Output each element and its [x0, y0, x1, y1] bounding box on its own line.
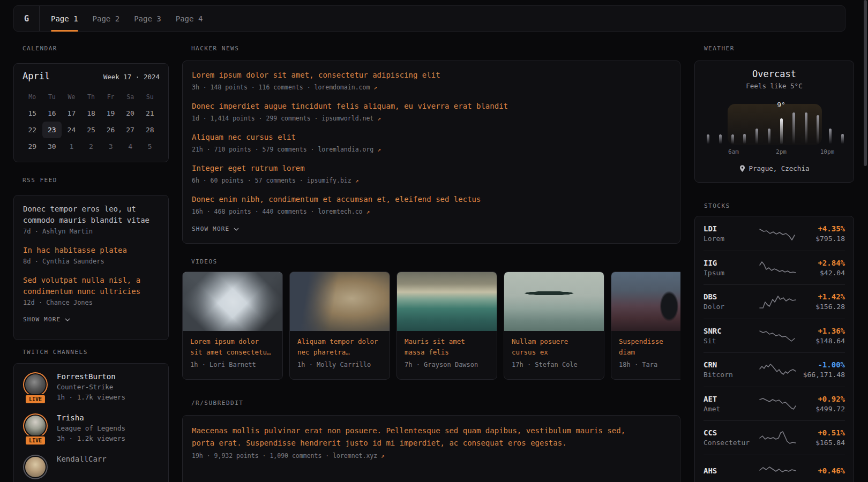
page-scrollbar[interactable]: [864, 0, 867, 166]
twitch-channel-row[interactable]: KendallCarr: [23, 455, 159, 482]
stock-row[interactable]: AETAmet +0.92%$499.72: [704, 387, 845, 421]
weather-feels-like: Feels like 5°C: [695, 82, 854, 90]
tab-page-1[interactable]: Page 1: [51, 6, 78, 31]
stock-price: $165.84: [797, 439, 845, 447]
location-pin-icon: [739, 165, 745, 172]
video-card[interactable]: Mauris sit ametmassa felis 7h · Grayson …: [396, 272, 497, 380]
stock-row[interactable]: CCSConsectetur +0.51%$165.84: [704, 420, 845, 455]
calendar-day: 20: [121, 105, 140, 122]
video-thumbnail[interactable]: [397, 272, 497, 331]
stock-row[interactable]: CRNBitcorn -1.00%$66,171.48: [704, 352, 845, 387]
rss-widget: Donec tempor eros leo, ut commodo mauris…: [13, 195, 169, 340]
tab-page-1-label: Page 1: [51, 14, 78, 23]
hour-label: 10pm: [820, 148, 835, 155]
stock-price: $42.04: [797, 269, 845, 277]
stock-row[interactable]: LDILorem +4.35%$795.18: [704, 216, 845, 251]
video-meta: 1h · Molly Carrillo: [297, 361, 382, 368]
video-meta: 17h · Stefan Cole: [512, 361, 596, 368]
stock-name: Bitcorn: [704, 371, 759, 379]
hour-label: 2pm: [776, 148, 787, 155]
weekday-label: Th: [81, 88, 101, 105]
calendar-day: 15: [23, 105, 42, 122]
hn-story-title[interactable]: Aliquam nec cursus elit: [192, 132, 671, 142]
hn-story-title[interactable]: Lorem ipsum dolor sit amet, consectetur …: [192, 70, 671, 80]
weather-condition: Overcast: [695, 69, 854, 79]
hn-story-meta: 1d · 1,414 points · 299 comments · ipsum…: [192, 115, 671, 122]
videos-section-header: VIDEOS: [191, 258, 218, 265]
external-link-icon: ↗: [381, 453, 385, 460]
video-card[interactable]: Aliquam tempor dolornec pharetra… 1h · M…: [289, 272, 390, 380]
stock-change: +1.42%: [797, 292, 845, 301]
calendar-day: 4: [121, 138, 140, 155]
stock-price: $795.18: [797, 235, 845, 243]
calendar-day-selected: 23: [42, 122, 62, 138]
stock-row[interactable]: DBSDolor +1.42%$156.28: [704, 284, 845, 319]
stock-symbol: LDI: [704, 224, 759, 233]
stock-row[interactable]: SNRCSit +1.36%$148.64: [704, 319, 845, 353]
weather-section-header: WEATHER: [704, 45, 735, 52]
hn-story: Donec enim nibh, condimentum et accumsan…: [192, 194, 671, 215]
live-badge: LIVE: [25, 435, 46, 446]
calendar-day: 22: [23, 122, 42, 138]
video-title[interactable]: Suspendissediam: [619, 336, 680, 358]
weather-bar: [731, 134, 734, 144]
stock-row[interactable]: AHS +0.46%: [704, 455, 845, 482]
live-badge: LIVE: [25, 394, 46, 404]
hn-meta-text: 16h · 468 points · 440 comments · loremt…: [192, 208, 366, 215]
tab-page-2-label: Page 2: [93, 14, 120, 23]
stock-sparkline: [759, 226, 797, 241]
calendar-day: 1: [62, 138, 81, 155]
video-card[interactable]: Nullam posuerecursus ex 17h · Stefan Col…: [504, 272, 604, 380]
stock-row[interactable]: IIGIpsum +2.84%$42.04: [704, 251, 845, 285]
stock-change: +0.92%: [797, 395, 845, 403]
reddit-post-title[interactable]: Maecenas mollis pulvinar erat non posuer…: [192, 425, 642, 449]
rss-item-title[interactable]: Sed volutpat nulla nisl, a condimentum n…: [23, 275, 159, 297]
twitch-channel-row[interactable]: LIVE Trisha League of Legends 3h · 1.2k …: [23, 413, 159, 447]
hn-story-title[interactable]: Donec imperdiet augue tincidunt felis al…: [192, 101, 671, 111]
channel-name: KendallCarr: [57, 455, 107, 463]
hn-story-meta: 21h · 710 points · 579 comments · loreml…: [192, 146, 671, 153]
weekday-label: Sa: [121, 88, 140, 105]
video-card[interactable]: Suspendissediam 18h · Tara: [611, 272, 680, 380]
rss-show-more-label: SHOW MORE: [23, 316, 61, 323]
hn-story-meta: 3h · 148 points · 116 comments · loremdo…: [192, 84, 671, 91]
weather-bar: [817, 115, 819, 144]
hn-story-title[interactable]: Donec enim nibh, condimentum et accumsan…: [192, 194, 671, 205]
weather-bar: [755, 129, 758, 144]
tab-page-3[interactable]: Page 3: [134, 6, 161, 31]
stock-price: $499.72: [797, 405, 845, 413]
stock-symbol: AHS: [704, 466, 759, 475]
calendar-day: 30: [42, 138, 62, 155]
video-title[interactable]: Lorem ipsum dolorsit amet consectetu…: [190, 336, 275, 358]
weather-widget: Overcast Feels like 5°C 9° 6am 2pm 10pm …: [694, 61, 854, 183]
tab-page-2[interactable]: Page 2: [93, 6, 120, 31]
tab-page-4-label: Page 4: [176, 14, 203, 23]
tab-page-4[interactable]: Page 4: [176, 6, 203, 31]
stock-name: Consectetur: [704, 439, 759, 447]
video-thumbnail[interactable]: [611, 272, 680, 331]
video-title[interactable]: Aliquam tempor dolornec pharetra…: [297, 336, 382, 358]
rss-item-title[interactable]: In hac habitasse platea: [23, 245, 159, 256]
twitch-channel-row[interactable]: LIVE ForrestBurton Counter-Strike 1h · 1…: [23, 372, 159, 405]
live-ring: [23, 413, 48, 438]
calendar-day: 3: [101, 138, 121, 155]
hn-story-title[interactable]: Integer eget rutrum lorem: [192, 163, 671, 174]
video-thumbnail[interactable]: [504, 272, 604, 331]
calendar-section-header: CALENDAR: [23, 45, 57, 52]
hn-show-more-button[interactable]: SHOW MORE: [192, 225, 671, 232]
weather-bar: [841, 134, 844, 144]
stock-sparkline: [759, 260, 797, 275]
rss-item-title[interactable]: Donec tempor eros leo, ut commodo mauris…: [23, 204, 159, 226]
stock-change: -1.00%: [797, 360, 845, 369]
video-card[interactable]: Lorem ipsum dolorsit amet consectetu… 1h…: [182, 272, 283, 380]
stock-sparkline: [759, 294, 797, 309]
rss-show-more-button[interactable]: SHOW MORE: [23, 316, 159, 323]
current-temp-label: 9°: [777, 101, 785, 109]
video-title[interactable]: Mauris sit ametmassa felis: [405, 336, 489, 358]
hn-meta-text: 1d · 1,414 points · 299 comments · ipsum…: [192, 115, 377, 122]
video-thumbnail[interactable]: [183, 272, 282, 331]
video-title[interactable]: Nullam posuerecursus ex: [512, 336, 596, 358]
stock-symbol: SNRC: [704, 327, 759, 335]
video-thumbnail[interactable]: [290, 272, 390, 331]
channel-viewers: 3h · 1.2k viewers: [57, 434, 125, 442]
